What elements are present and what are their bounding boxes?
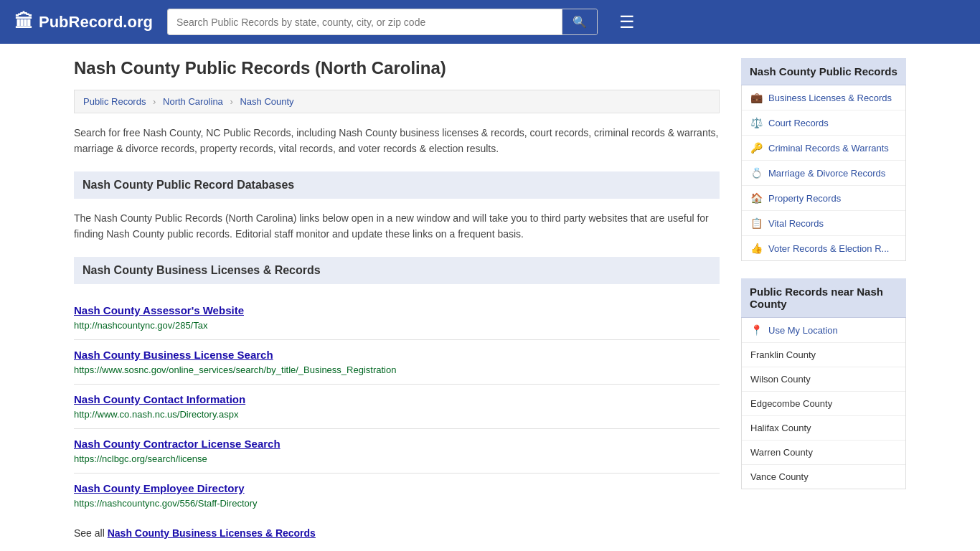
sidebar-nearby-franklin-label: Franklin County [750,349,816,360]
breadcrumb: Public Records › North Carolina › Nash C… [74,90,720,113]
sidebar-nearby-halifax[interactable]: Halifax County [742,416,905,441]
sidebar-nearby-edgecombe-label: Edgecombe County [750,398,832,409]
sidebar-records-nav: 💼 Business Licenses & Records ⚖️ Court R… [741,85,906,261]
sidebar-nearby-warren[interactable]: Warren County [742,441,905,465]
record-link-url-0[interactable]: http://nashcountync.gov/285/Tax [74,320,207,331]
criminal-icon: 🔑 [750,142,763,154]
menu-icon[interactable]: ☰ [619,12,635,32]
record-link-title-1[interactable]: Nash County Business License Search [74,349,720,361]
record-link-title-0[interactable]: Nash County Assessor's Website [74,304,720,316]
sidebar-item-voter-label: Voter Records & Election R... [768,243,889,254]
sidebar-item-business-label: Business Licenses & Records [768,93,892,103]
sidebar-item-criminal-label: Criminal Records & Warrants [768,143,889,154]
breadcrumb-nash-county[interactable]: Nash County [240,96,293,107]
record-link-0: Nash County Assessor's Website http://na… [74,296,720,340]
location-icon: 📍 [750,324,763,336]
sidebar: Nash County Public Records 💼 Business Li… [741,58,906,539]
sidebar-nearby-halifax-label: Halifax County [750,423,811,433]
court-icon: ⚖️ [750,117,763,128]
sidebar-item-marriage[interactable]: 💍 Marriage & Divorce Records [742,161,905,186]
sidebar-records-title: Nash County Public Records [741,58,906,85]
sidebar-item-marriage-label: Marriage & Divorce Records [768,168,885,179]
sidebar-item-court-label: Court Records [768,118,829,128]
record-link-3: Nash County Contractor License Search ht… [74,429,720,474]
sidebar-nearby-use-location[interactable]: 📍 Use My Location [742,318,905,343]
search-button[interactable]: 🔍 [562,9,597,34]
sidebar-item-vital-label: Vital Records [768,218,824,229]
breadcrumb-north-carolina[interactable]: North Carolina [163,96,223,107]
marriage-icon: 💍 [750,167,763,179]
page-title: Nash County Public Records (North Caroli… [74,58,720,78]
vital-icon: 📋 [750,217,763,229]
sidebar-nearby-section: Public Records near Nash County 📍 Use My… [741,278,906,489]
sidebar-nearby-use-location-label: Use My Location [768,325,838,336]
breadcrumb-sep-2: › [230,96,232,107]
sidebar-item-property[interactable]: 🏠 Property Records [742,186,905,211]
record-link-2: Nash County Contact Information http://w… [74,385,720,429]
databases-section-header: Nash County Public Record Databases [74,171,720,199]
record-link-url-3[interactable]: https://nclbgc.org/search/license [74,453,207,464]
breadcrumb-sep-1: › [153,96,156,107]
sidebar-nearby-wilson-label: Wilson County [750,374,811,385]
record-link-1: Nash County Business License Search http… [74,340,720,385]
content-area: Nash County Public Records (North Caroli… [74,58,720,539]
sidebar-nearby-vance[interactable]: Vance County [742,465,905,489]
sidebar-item-court[interactable]: ⚖️ Court Records [742,110,905,136]
see-all-section: See all Nash County Business Licenses & … [74,527,720,539]
see-all-prefix: See all [74,527,105,539]
main-layout: Nash County Public Records (North Caroli… [60,44,920,539]
sidebar-nearby-vance-label: Vance County [750,471,809,482]
logo-icon: 🏛 [14,11,33,33]
business-section-header: Nash County Business Licenses & Records [74,257,720,284]
header: 🏛 PubRecord.org 🔍 ☰ [0,0,980,44]
record-link-title-4[interactable]: Nash County Employee Directory [74,482,720,494]
search-input[interactable] [168,9,562,34]
sidebar-nearby-warren-label: Warren County [750,447,813,458]
sidebar-item-voter[interactable]: 👍 Voter Records & Election R... [742,236,905,260]
search-bar: 🔍 [167,9,598,35]
logo-text: PubRecord.org [39,13,153,32]
record-links-list: Nash County Assessor's Website http://na… [74,296,720,517]
record-link-title-3[interactable]: Nash County Contractor License Search [74,438,720,450]
intro-text: Search for free Nash County, NC Public R… [74,125,720,157]
sidebar-nearby-list: 📍 Use My Location Franklin County Wilson… [741,318,906,489]
databases-description: The Nash County Public Records (North Ca… [74,210,720,242]
sidebar-nearby-franklin[interactable]: Franklin County [742,343,905,367]
see-all-link[interactable]: Nash County Business Licenses & Records [108,527,316,539]
sidebar-nearby-title: Public Records near Nash County [741,278,906,318]
sidebar-item-property-label: Property Records [768,193,841,204]
record-link-4: Nash County Employee Directory https://n… [74,474,720,517]
record-link-url-4[interactable]: https://nashcountync.gov/556/Staff-Direc… [74,498,258,509]
record-link-url-1[interactable]: https://www.sosnc.gov/online_services/se… [74,364,396,375]
breadcrumb-public-records[interactable]: Public Records [83,96,146,107]
sidebar-item-vital[interactable]: 📋 Vital Records [742,211,905,236]
sidebar-nearby-edgecombe[interactable]: Edgecombe County [742,392,905,416]
voter-icon: 👍 [750,242,763,254]
record-link-title-2[interactable]: Nash County Contact Information [74,393,720,405]
business-icon: 💼 [750,92,763,103]
record-link-url-2[interactable]: http://www.co.nash.nc.us/Directory.aspx [74,409,239,420]
sidebar-item-business[interactable]: 💼 Business Licenses & Records [742,85,905,110]
logo[interactable]: 🏛 PubRecord.org [14,11,153,33]
sidebar-records-section: Nash County Public Records 💼 Business Li… [741,58,906,261]
sidebar-item-criminal[interactable]: 🔑 Criminal Records & Warrants [742,136,905,161]
sidebar-nearby-wilson[interactable]: Wilson County [742,367,905,392]
property-icon: 🏠 [750,192,763,204]
